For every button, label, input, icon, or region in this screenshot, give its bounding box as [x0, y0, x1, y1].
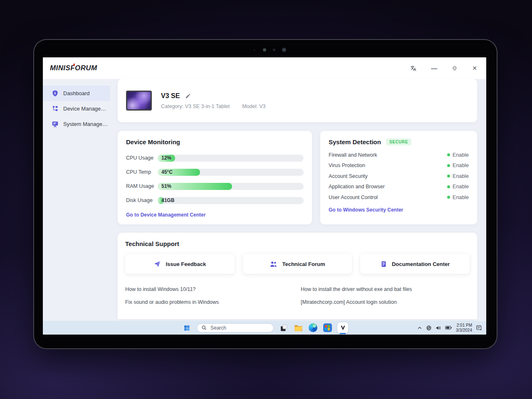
device-name: V3 SE: [161, 92, 180, 100]
windows-security-center-link[interactable]: Go to Windows Security Center: [329, 207, 469, 213]
device-nodes-icon: [52, 105, 59, 112]
restore-collapse-button[interactable]: [452, 65, 458, 71]
device-management-center-link[interactable]: Go to Device Management Center: [126, 212, 304, 218]
sidebar: Dashboard Device Manage…: [43, 79, 110, 321]
sidebar-item-label: System Manage…: [63, 121, 108, 127]
progress-value: 41GB: [161, 197, 174, 204]
taskbar-search[interactable]: [197, 323, 274, 332]
monitor-row-cpu-temp: CPU Temp 45°C: [126, 165, 304, 179]
status-text: Enable: [453, 163, 469, 168]
system-monitor-icon: [52, 121, 59, 128]
minisforum-logo: MINISFORUM: [50, 64, 97, 72]
bezel-sensor-dot: [254, 49, 255, 51]
status-text: Enable: [453, 173, 469, 179]
progress-value: 12%: [161, 155, 171, 162]
logo-text-minis: MINIS: [50, 64, 70, 72]
button-label: Issue Feedback: [166, 261, 206, 267]
status-dot-green: [447, 196, 450, 199]
status-dot-green: [447, 164, 450, 167]
panel-title: Technical Support: [125, 240, 470, 247]
sidebar-item-dashboard[interactable]: Dashboard: [43, 86, 110, 101]
monitor-label: RAM Usage: [126, 183, 158, 189]
progress-bar: 45°C: [158, 169, 304, 176]
documentation-center-button[interactable]: Documentation Center: [360, 254, 470, 274]
sidebar-item-label: Device Manage…: [63, 106, 106, 112]
device-model: Model: V3: [242, 103, 265, 109]
minisforum-app-taskbar-item[interactable]: [337, 321, 348, 335]
issue-feedback-button[interactable]: Issue Feedback: [125, 254, 235, 274]
document-icon: [380, 261, 387, 268]
button-label: Documentation Center: [392, 261, 450, 267]
notification-center-icon[interactable]: [476, 325, 482, 331]
search-icon: [201, 325, 207, 330]
detection-row-user-account-control: User Account Control Enable: [329, 192, 469, 203]
secure-badge: SECURE: [386, 138, 411, 145]
search-input[interactable]: [210, 325, 264, 331]
detection-row-application-browser: Application and Browser Enable: [329, 182, 469, 192]
network-globe-icon[interactable]: [426, 325, 432, 331]
monitor-label: Disk Usage: [126, 197, 158, 203]
window-controls: — ✕: [410, 65, 477, 71]
panel-title: Device Monitoring: [126, 138, 304, 145]
monitor-row-disk-usage: Disk Usage 41GB: [126, 193, 304, 207]
desktop-background: MINISFORUM — ✕: [0, 0, 532, 399]
microsoft-store-icon[interactable]: [323, 323, 332, 332]
status-text: Enable: [453, 152, 469, 158]
translate-language-icon[interactable]: [410, 65, 416, 71]
progress-bar: 41GB: [158, 197, 304, 204]
faq-link[interactable]: How to install the driver without exe an…: [301, 286, 470, 292]
sidebar-item-label: Dashboard: [63, 90, 90, 96]
status-dot-green: [447, 185, 450, 188]
progress-bar: 12%: [158, 155, 304, 162]
tablet-frame: MINISFORUM — ✕: [34, 40, 497, 348]
monitor-row-ram-usage: RAM Usage 51%: [126, 179, 304, 193]
detection-row-firewall: Firewall and Network Enable: [329, 150, 469, 160]
sidebar-item-device-management[interactable]: Device Manage…: [43, 101, 110, 116]
device-thumbnail: [126, 91, 152, 111]
bezel-sensor-dot: [263, 48, 266, 52]
taskbar-clock[interactable]: 2:01 PM 3/3/2024: [456, 323, 472, 333]
clock-time: 2:01 PM: [456, 323, 472, 328]
overlapping-squares-app-icon[interactable]: [279, 323, 288, 332]
content-area: V3 SE Category: V3 SE 3-in-1 Tablet Mode…: [110, 79, 486, 321]
device-info-card: V3 SE Category: V3 SE 3-in-1 Tablet Mode…: [118, 79, 477, 122]
progress-value: 45°C: [161, 169, 173, 176]
windows-taskbar: 2:01 PM 3/3/2024: [43, 321, 486, 335]
status-dot-green: [447, 175, 450, 177]
detection-row-virus: Virus Protection Enable: [329, 160, 469, 171]
monitor-label: CPU Usage: [126, 155, 158, 161]
device-info: V3 SE Category: V3 SE 3-in-1 Tablet Mode…: [161, 92, 265, 109]
start-button[interactable]: [182, 323, 191, 332]
system-detection-panel: System Detection SECURE Firewall and Net…: [320, 131, 477, 224]
volume-speaker-icon[interactable]: [435, 325, 441, 331]
edit-pencil-icon[interactable]: [185, 93, 191, 99]
edge-browser-icon[interactable]: [308, 323, 317, 332]
close-button[interactable]: ✕: [472, 65, 477, 71]
faq-link[interactable]: How to install Windows 10/11?: [125, 286, 301, 292]
faq-link[interactable]: [Miratechcorp.com] Account login solutio…: [301, 299, 470, 305]
progress-value: 51%: [161, 183, 171, 190]
minimize-button[interactable]: —: [431, 65, 437, 71]
status-text: Enable: [453, 195, 469, 200]
tray-chevron-up-icon[interactable]: [417, 325, 422, 330]
monitor-label: CPU Temp: [126, 169, 158, 175]
device-monitoring-panel: Device Monitoring CPU Usage 12%: [118, 131, 312, 224]
clock-date: 3/3/2024: [456, 328, 472, 333]
minisforum-v-logo[interactable]: [337, 323, 348, 333]
technical-forum-button[interactable]: Technical Forum: [243, 254, 352, 274]
sidebar-item-system-management[interactable]: System Manage…: [43, 116, 110, 132]
app-window: MINISFORUM — ✕: [43, 57, 486, 335]
faq-link[interactable]: Fix sound or audio problems in Windows: [125, 299, 301, 305]
active-app-indicator: [340, 333, 346, 334]
device-category: Category: V3 SE 3-in-1 Tablet: [161, 103, 230, 109]
bezel-sensor-dot: [273, 49, 275, 51]
panel-title: System Detection: [329, 138, 381, 145]
file-explorer-icon[interactable]: [294, 323, 303, 332]
status-text: Enable: [453, 184, 469, 190]
progress-bar: 51%: [158, 183, 304, 190]
shield-bolt-icon: [52, 90, 59, 97]
battery-icon[interactable]: [445, 325, 452, 330]
technical-support-panel: Technical Support Issue Feedback: [118, 233, 477, 319]
titlebar: MINISFORUM — ✕: [43, 57, 486, 79]
people-icon: [270, 260, 277, 268]
